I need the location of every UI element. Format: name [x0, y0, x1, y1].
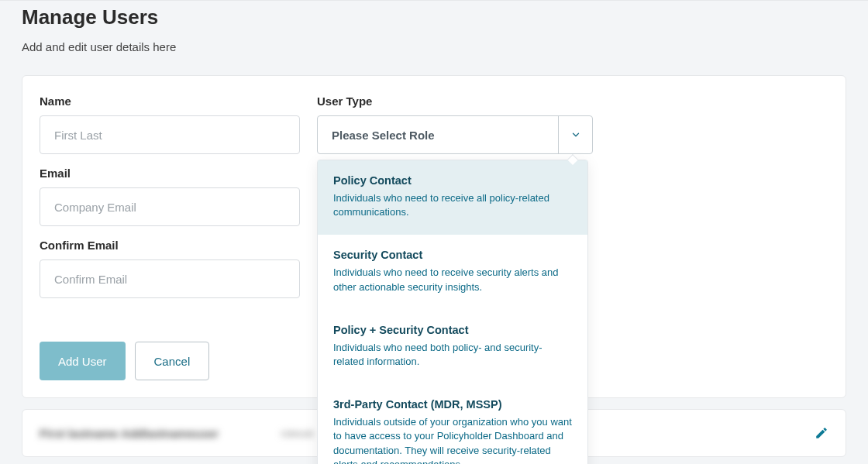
cancel-button[interactable]: Cancel — [135, 342, 210, 380]
option-title: Policy Contact — [333, 174, 572, 187]
option-title: 3rd-Party Contact (MDR, MSSP) — [333, 398, 572, 411]
user-type-dropdown: Policy Contact Individuals who need to r… — [317, 160, 588, 464]
option-desc: Individuals who need to receive all poli… — [333, 191, 572, 219]
option-title: Policy + Security Contact — [333, 324, 572, 336]
option-desc: Individuals who need to receive security… — [333, 266, 572, 294]
user-type-label: User Type — [317, 95, 593, 108]
option-desc: Individuals who need both policy- and se… — [333, 341, 572, 369]
email-label: Email — [40, 167, 300, 180]
add-user-button[interactable]: Add User — [40, 342, 126, 380]
user-type-select[interactable]: Please Select Role — [317, 115, 593, 154]
add-user-card: Name Email Confirm Email Add User Cancel — [22, 75, 846, 398]
page-subtitle: Add and edit user details here — [22, 40, 846, 53]
user-type-selected: Please Select Role — [318, 129, 558, 142]
confirm-email-input[interactable] — [40, 259, 300, 298]
dropdown-option-policy-contact[interactable]: Policy Contact Individuals who need to r… — [318, 160, 587, 235]
email-input[interactable] — [40, 187, 300, 226]
name-label: Name — [40, 95, 300, 108]
name-input[interactable] — [40, 115, 300, 154]
user-row-name: First lastname Addlastnameuser — [40, 427, 219, 440]
option-desc: Individuals outside of your organization… — [333, 415, 572, 464]
dropdown-option-policy-security-contact[interactable]: Policy + Security Contact Individuals wh… — [318, 310, 587, 384]
chevron-down-icon — [558, 116, 592, 153]
dropdown-option-3rd-party-contact[interactable]: 3rd-Party Contact (MDR, MSSP) Individual… — [318, 384, 587, 464]
confirm-email-label: Confirm Email — [40, 239, 300, 252]
user-row-sub: rolesub — [281, 428, 314, 439]
edit-icon[interactable] — [815, 426, 828, 440]
option-title: Security Contact — [333, 249, 572, 261]
page-title: Manage Users — [22, 5, 846, 29]
dropdown-option-security-contact[interactable]: Security Contact Individuals who need to… — [318, 235, 587, 309]
